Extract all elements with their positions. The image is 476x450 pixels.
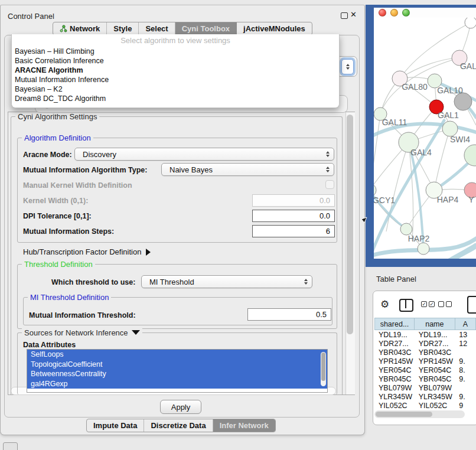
columns-icon[interactable] [399,299,413,312]
column-header-a[interactable]: A [455,318,476,330]
table-panel-title: Table Panel [376,275,416,283]
mi-steps-field[interactable]: 6 [252,225,335,237]
table-cell[interactable]: 12 [455,340,476,348]
unchecked-box-icon[interactable] [438,301,444,307]
checked-box-icon[interactable]: ✓ [421,301,427,307]
table-cell[interactable]: 8. [455,366,476,374]
hub-tf-definition-expander[interactable]: Hub/Transcription Factor Definition [23,247,151,256]
table-cell[interactable]: YBR043C [415,348,455,357]
table-cell[interactable]: 9. [455,357,476,366]
combo-stepper-focused[interactable] [341,59,354,74]
tab-label: Discretize Data [151,421,206,430]
table-horizontal-scrollbar[interactable] [374,410,465,418]
table-row[interactable]: YDR27...YDR27...12 [374,339,476,348]
zoom-traffic-light-icon[interactable] [402,9,410,17]
mi-threshold-label: Mutual Information Threshold: [29,311,136,319]
table-row[interactable]: YBR043CYBR043C [374,348,476,357]
bottom-tab-impute-data[interactable]: Impute Data [87,419,144,432]
column-header-name[interactable]: name [415,318,455,330]
tab-network[interactable]: Network [53,22,107,35]
algorithm-option-bayesian-k2[interactable]: Bayesian – K2 [12,84,339,94]
table-cell[interactable]: YBR045C [415,375,455,383]
tab-select[interactable]: Select [139,22,175,35]
table-cell[interactable]: YLR345W [415,393,455,401]
close-icon[interactable]: ✕ [350,10,357,19]
table-cell[interactable]: YPR145W [415,357,455,366]
dock-icon[interactable] [3,442,18,450]
unchecked-box-icon[interactable] [446,301,452,307]
node-label-gal1: GAL1 [438,110,459,120]
settings-vertical-scrollbar-thumb[interactable] [347,115,353,334]
tab-jactivemnodules[interactable]: jActiveMNodules [237,22,312,35]
network-node[interactable] [465,18,476,28]
network-node[interactable] [454,93,472,110]
table-cell[interactable]: 9. [455,393,476,401]
attribute-item-betweennesscentrality[interactable]: BetweennessCentrality [27,369,327,379]
table-row[interactable]: YLR345WYLR345W9. [374,392,476,401]
table-cell[interactable]: YER054C [374,366,415,374]
minimize-traffic-light-icon[interactable] [390,9,398,17]
table-function-icon[interactable] [467,296,476,314]
table-row[interactable]: YPR145WYPR145W9. [374,357,476,366]
which-threshold-value: MI Threshold [149,278,194,286]
stepper-icon [304,279,308,285]
tab-cyni-toolbox[interactable]: Cyni Toolbox [175,22,237,35]
aracne-mode-combo[interactable]: Discovery [74,148,334,161]
table-cell[interactable]: 9. [455,375,476,383]
attributes-list-scrollbar-thumb[interactable] [321,353,325,381]
network-node[interactable] [464,145,476,166]
table-cell[interactable]: YDR27... [415,340,455,348]
table-row[interactable]: YDL19...YDL19...13 [374,330,476,339]
mi-threshold-field[interactable]: 0.5 [247,308,331,321]
attributes-list-scrollbar[interactable] [321,352,326,386]
table-cell[interactable]: 13 [455,331,476,339]
table-row[interactable]: YBR045CYBR045C9. [374,374,476,383]
mi-algorithm-type-label: Mutual Information Algorithm Type: [23,166,147,174]
dpi-tolerance-field[interactable]: 0.0 [252,210,335,222]
table-cell[interactable]: YBR043C [374,348,415,357]
attribute-item-gal4rgexp[interactable]: gal4RGexp [27,379,327,389]
algorithm-option-bayesian-hill-climbing[interactable]: Bayesian – Hill Climbing [12,47,339,56]
table-cell[interactable]: YDL19... [415,331,455,339]
table-cell[interactable]: YPR145W [374,357,415,366]
table-cell[interactable]: YLR345W [374,393,415,401]
column-header-shared[interactable]: shared... [374,318,415,330]
table-cell[interactable]: YBL079W [415,384,455,392]
algorithm-option-dream8-dc-tdc-algorithm[interactable]: Dream8 DC_TDC Algorithm [12,94,339,103]
bottom-tab-infer-network[interactable]: Infer Network [213,419,275,432]
gear-icon[interactable]: ⚙ [380,298,389,311]
table-cell[interactable]: YDL19... [374,331,415,339]
network-edge[interactable] [400,58,459,79]
close-traffic-light-icon[interactable] [379,9,386,17]
algorithm-option-mutual-information-inference[interactable]: Mutual Information Inference [12,75,339,84]
network-node[interactable] [374,184,376,197]
table-cell[interactable]: YIL052C [415,402,455,410]
which-threshold-combo[interactable]: MI Threshold [141,275,312,288]
tab-style[interactable]: Style [107,22,139,35]
apply-button[interactable]: Apply [160,400,201,414]
table-cell[interactable]: YIL052C [374,402,415,410]
algorithm-option-basic-correlation-inference[interactable]: Basic Correlation Inference [12,56,339,66]
table-row[interactable]: YER054CYER054C8. [374,366,476,374]
network-node[interactable] [400,223,412,235]
bottom-tab-discretize-data[interactable]: Discretize Data [144,419,213,432]
table-cell[interactable]: YER054C [415,366,455,374]
table-cell[interactable]: YBR045C [374,375,415,383]
attribute-item-topologicalcoefficient[interactable]: TopologicalCoefficient [27,360,327,370]
manual-kernel-width-checkbox[interactable] [325,180,334,189]
table-row[interactable]: YBL079WYBL079W [374,383,476,392]
network-edge[interactable] [374,114,380,190]
network-window-titlebar[interactable] [374,8,476,18]
mi-algorithm-type-combo[interactable]: Naive Bayes [161,163,334,176]
table-horizontal-scrollbar-thumb[interactable] [376,412,432,417]
network-node[interactable] [418,243,429,255]
table-cell[interactable]: YDR27... [374,340,415,348]
table-cell[interactable]: 9 [455,402,476,410]
algorithm-option-aracne-algorithm[interactable]: ARACNE Algorithm [12,66,339,75]
float-window-icon[interactable] [341,12,348,19]
table-cell[interactable]: YBL079W [374,384,415,392]
checked-box-icon[interactable]: ✓ [429,301,435,307]
attribute-item-selfloops[interactable]: SelfLoops [27,350,327,360]
table-row[interactable]: YIL052CYIL052C9 [374,401,476,410]
sources-title[interactable]: Sources for Network Inference [22,328,142,337]
